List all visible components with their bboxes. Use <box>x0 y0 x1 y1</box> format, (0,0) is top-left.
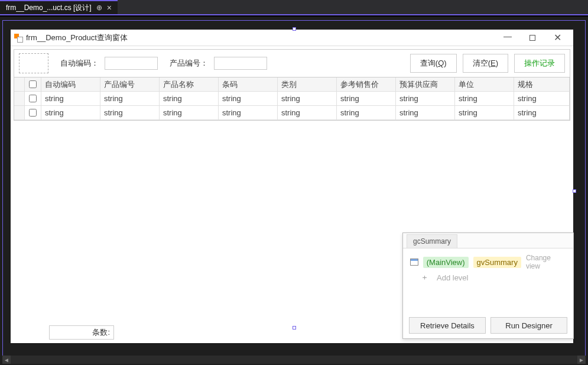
header-checkbox[interactable] <box>29 80 37 88</box>
popup-tab-row: gcSummary <box>403 233 573 248</box>
add-level-link[interactable]: ＋ Add level <box>421 270 566 285</box>
popup-button-row: Retrieve Details Run Designer <box>403 317 573 334</box>
filter-bar: 自动编码： 产品编号： 查询(Q) 清空(E) 操作记录 <box>14 49 570 77</box>
row-indicator-header <box>14 77 25 91</box>
gvsummary-chip[interactable]: gvSummary <box>473 257 521 268</box>
row-count-box: 条数: <box>49 325 114 340</box>
ide-tab-title: frm__Demo_...uct.cs [设计] <box>6 3 92 13</box>
grid-header-row: 自动编码 产品编号 产品名称 条码 类别 参考销售价 预算供应商 单位 规格 <box>14 77 570 92</box>
col-header[interactable]: 条码 <box>219 77 278 91</box>
table-row[interactable]: string string string string string strin… <box>14 92 570 106</box>
retrieve-details-button[interactable]: Retrieve Details <box>409 317 486 334</box>
plus-icon: ＋ <box>421 272 428 283</box>
row-indicator <box>14 92 25 105</box>
horizontal-scrollbar[interactable]: ◄ ► <box>2 356 586 364</box>
label-product-no: 产品编号： <box>170 58 208 69</box>
maximize-button[interactable] <box>520 33 545 43</box>
placeholder-region[interactable] <box>19 53 48 73</box>
window-title: frm__Demo_Product查询窗体 <box>26 33 495 43</box>
col-header[interactable]: 自动编码 <box>41 77 100 91</box>
col-header[interactable]: 单位 <box>455 77 514 91</box>
popup-tab-gcsummary[interactable]: gcSummary <box>407 234 457 248</box>
popup-mainview-line[interactable]: (MainView) gvSummary Change view <box>410 254 566 270</box>
designer-canvas: frm__Demo_Product查询窗体 — ✕ 自动编码： 产品编号： 查询… <box>0 17 588 365</box>
resize-handle-bottom[interactable] <box>293 326 296 330</box>
col-header[interactable]: 规格 <box>514 77 570 91</box>
oplog-button[interactable]: 操作记录 <box>514 54 565 73</box>
label-auto-code: 自动编码： <box>60 58 99 69</box>
col-header[interactable]: 参考销售价 <box>337 77 396 91</box>
query-button[interactable]: 查询(Q) <box>410 54 457 73</box>
close-tab-icon[interactable]: × <box>107 3 112 12</box>
change-view-link[interactable]: Change view <box>526 254 566 270</box>
pin-icon[interactable]: ⊕ <box>96 4 102 12</box>
checkbox-header[interactable] <box>25 77 41 91</box>
window-titlebar: frm__Demo_Product查询窗体 — ✕ <box>11 30 573 46</box>
popup-body: (MainView) gvSummary Change view ＋ Add l… <box>403 248 573 285</box>
ide-tab-bar: frm__Demo_...uct.cs [设计] ⊕ × <box>0 0 588 15</box>
grid-icon <box>410 259 418 266</box>
col-header[interactable]: 类别 <box>278 77 337 91</box>
run-designer-button[interactable]: Run Designer <box>490 317 567 334</box>
table-row[interactable]: string string string string string strin… <box>14 106 570 120</box>
scroll-left-icon[interactable]: ◄ <box>2 356 11 364</box>
row-checkbox[interactable] <box>29 95 37 102</box>
col-header[interactable]: 产品编号 <box>100 77 160 91</box>
resize-handle-top[interactable] <box>293 27 296 31</box>
grid-designer-popup[interactable]: gcSummary (MainView) gvSummary Change vi… <box>402 232 574 339</box>
col-header[interactable]: 预算供应商 <box>396 77 455 91</box>
window-icon <box>14 34 22 42</box>
clear-button[interactable]: 清空(E) <box>463 54 508 73</box>
mainview-chip[interactable]: (MainView) <box>423 257 469 268</box>
data-grid[interactable]: 自动编码 产品编号 产品名称 条码 类别 参考销售价 预算供应商 单位 规格 s… <box>14 77 570 121</box>
ide-tab[interactable]: frm__Demo_...uct.cs [设计] ⊕ × <box>0 0 118 14</box>
scroll-right-icon[interactable]: ► <box>577 356 586 364</box>
resize-handle-right[interactable] <box>573 189 576 193</box>
minimize-button[interactable]: — <box>495 33 520 43</box>
col-header[interactable]: 产品名称 <box>160 77 219 91</box>
input-auto-code[interactable] <box>105 57 158 70</box>
input-product-no[interactable] <box>214 57 267 70</box>
close-button[interactable]: ✕ <box>545 32 570 43</box>
row-indicator <box>14 106 25 119</box>
row-checkbox[interactable] <box>29 109 37 117</box>
